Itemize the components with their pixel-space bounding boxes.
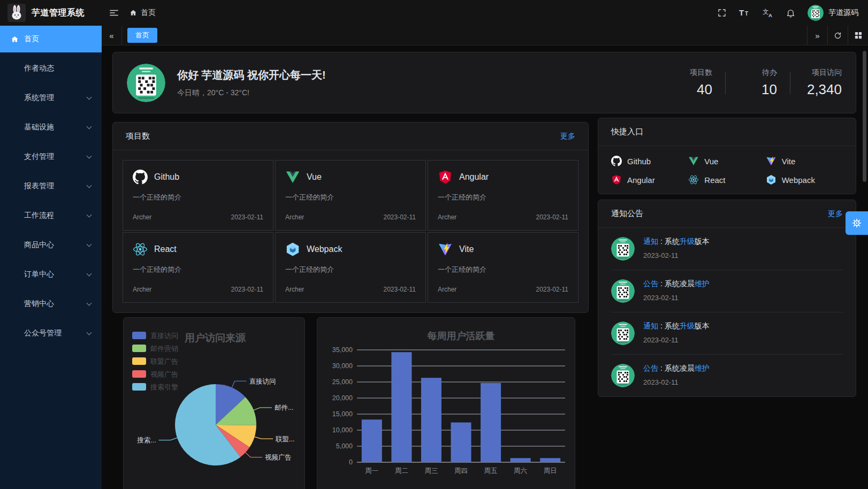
- svg-text:T: T: [745, 11, 748, 17]
- user-menu[interactable]: 芋道源码: [808, 5, 858, 21]
- notice-avatar: [611, 237, 635, 261]
- notice-item[interactable]: 通知 : 系统升级版本 2023-02-11: [611, 228, 843, 270]
- notice-title: 通知 : 系统升级版本: [643, 237, 710, 247]
- tab-home[interactable]: 首页: [127, 28, 157, 43]
- welcome-card: 你好 芋道源码 祝你开心每一天! 今日晴，20°C - 32°C! 项目数40待…: [112, 52, 856, 113]
- webpack-icon: [285, 242, 300, 257]
- stat-item: 项目数40: [674, 68, 712, 98]
- sidebar-item-order-center[interactable]: 订单中心: [0, 261, 102, 288]
- top-header: 芋道管理系统 首页 TT 文A 芋道源码: [0, 0, 868, 26]
- project-card-webpack[interactable]: Webpack 一个正经的简介 Archer2023-02-11: [275, 232, 426, 303]
- quick-entry-github[interactable]: Github: [611, 156, 688, 166]
- tabs-strip: 首页: [122, 26, 807, 45]
- sidebar-item-label: 公众号管理: [24, 328, 62, 338]
- svg-text:用户访问来源: 用户访问来源: [184, 332, 246, 343]
- notices-more-link[interactable]: 更多: [828, 209, 843, 219]
- chevron-down-icon: [87, 95, 92, 100]
- sidebar-item-workflow[interactable]: 工作流程: [0, 202, 102, 229]
- chevron-down-icon: [87, 124, 92, 129]
- greeting-text: 你好 芋道源码 祝你开心每一天!: [177, 68, 326, 82]
- sidebar-item-infrastructure[interactable]: 基础设施: [0, 114, 102, 141]
- quick-entry-label: Webpack: [782, 175, 815, 185]
- breadcrumb[interactable]: 首页: [130, 8, 156, 18]
- app-brand[interactable]: 芋道管理系统: [0, 4, 102, 22]
- projects-more-link[interactable]: 更多: [560, 132, 575, 141]
- app-logo: [7, 4, 26, 22]
- quick-entry-react[interactable]: React: [688, 174, 765, 185]
- quick-entry-card: 快捷入口 GithubVueViteAngularReactWebpack: [598, 118, 856, 194]
- project-card-react[interactable]: React 一个正经的简介 Archer2023-02-11: [123, 232, 273, 303]
- stat-item: 待办10: [738, 68, 777, 98]
- quick-entry-vite[interactable]: Vite: [766, 156, 843, 166]
- project-author: Archer: [285, 213, 304, 221]
- app-title: 芋道管理系统: [32, 7, 85, 19]
- project-card-github[interactable]: Github 一个正经的简介 Archer2023-02-11: [123, 160, 273, 231]
- svg-text:A: A: [768, 12, 772, 18]
- refresh-tab-button[interactable]: [827, 26, 848, 45]
- svg-text:每周用户活跃量: 每周用户活跃量: [427, 331, 495, 341]
- summary-stats: 项目数40待办10项目访问2,340: [674, 68, 842, 98]
- sidebar-item-label: 基础设施: [24, 123, 54, 132]
- vue-icon: [285, 170, 300, 185]
- weekly-activity-bar-chart: 每周用户活跃量05,00010,00015,00020,00025,00030,…: [317, 322, 574, 489]
- quick-entry-title: 快捷入口: [611, 127, 643, 137]
- project-card-vue[interactable]: Vue 一个正经的简介 Archer2023-02-11: [275, 160, 426, 231]
- tabs-scroll-right-button[interactable]: »: [807, 26, 827, 45]
- project-name: Vite: [459, 244, 474, 254]
- sidebar-item-author-trends[interactable]: 作者动态: [0, 55, 102, 82]
- svg-text:视频广告: 视频广告: [265, 454, 292, 461]
- chevron-down-icon: [87, 301, 92, 306]
- notification-bell-icon[interactable]: [786, 8, 796, 18]
- weather-text: 今日晴，20°C - 32°C!: [177, 88, 326, 98]
- sidebar-item-report-management[interactable]: 报表管理: [0, 173, 102, 200]
- project-author: Archer: [438, 213, 456, 221]
- chevron-down-icon: [87, 212, 92, 218]
- svg-text:5,000: 5,000: [336, 442, 353, 450]
- quick-entry-label: Github: [627, 157, 651, 166]
- tabs-scroll-left-button[interactable]: «: [102, 26, 122, 45]
- tabs-actions-button[interactable]: [848, 26, 868, 45]
- notice-item[interactable]: 公告 : 系统凌晨维护 2023-02-11: [611, 270, 843, 312]
- quick-entry-webpack[interactable]: Webpack: [766, 174, 843, 185]
- sidebar-item-product-center[interactable]: 商品中心: [0, 232, 102, 258]
- notices-list: 通知 : 系统升级版本 2023-02-11 公告 : 系统凌晨维护 2023-…: [598, 228, 856, 396]
- sidebar-item-label: 订单中心: [24, 270, 54, 279]
- sidebar-item-home[interactable]: 首页: [0, 26, 102, 52]
- page-scrollbar-thumb[interactable]: [863, 51, 866, 182]
- quick-entry-angular[interactable]: Angular: [611, 174, 688, 185]
- project-card-vite[interactable]: Vite 一个正经的简介 Archer2023-02-11: [428, 232, 578, 303]
- sidebar-item-mp-management[interactable]: 公众号管理: [0, 320, 102, 347]
- sidebar-item-system-management[interactable]: 系统管理: [0, 85, 102, 111]
- tags-view-bar: « 首页 »: [102, 26, 868, 45]
- project-desc: 一个正经的简介: [438, 193, 568, 202]
- svg-text:搜索引擎: 搜索引擎: [150, 383, 178, 391]
- sidebar-item-label: 工作流程: [24, 211, 54, 220]
- sidebar-item-marketing-center[interactable]: 营销中心: [0, 291, 102, 317]
- quick-entry-label: Vue: [704, 157, 718, 166]
- project-card-angular[interactable]: Angular 一个正经的简介 Archer2023-02-11: [428, 160, 578, 231]
- svg-text:周四: 周四: [454, 467, 468, 475]
- quick-entry-vue[interactable]: Vue: [688, 156, 765, 166]
- stat-value: 2,340: [803, 81, 842, 98]
- language-icon[interactable]: 文A: [762, 7, 774, 18]
- user-avatar: [808, 5, 824, 21]
- theme-settings-button[interactable]: [846, 211, 868, 235]
- svg-text:周一: 周一: [365, 467, 378, 475]
- svg-text:周日: 周日: [544, 467, 557, 475]
- sidebar-menu: 首页作者动态系统管理基础设施支付管理报表管理工作流程商品中心订单中心营销中心公众…: [0, 26, 102, 489]
- project-desc: 一个正经的简介: [285, 193, 416, 202]
- project-name: Vue: [307, 172, 322, 182]
- notice-title: 公告 : 系统凌晨维护: [643, 279, 710, 289]
- notice-item[interactable]: 通知 : 系统升级版本 2023-02-11: [611, 312, 843, 354]
- quick-entry-grid: GithubVueViteAngularReactWebpack: [598, 146, 856, 194]
- projects-card-title: 项目数: [126, 131, 150, 141]
- github-icon: [133, 170, 148, 185]
- project-date: 2023-02-11: [536, 286, 569, 293]
- fullscreen-icon[interactable]: [717, 8, 727, 18]
- svg-text:联盟...: 联盟...: [275, 435, 294, 443]
- project-name: React: [154, 244, 177, 254]
- font-size-icon[interactable]: TT: [738, 7, 750, 18]
- menu-fold-icon[interactable]: [109, 8, 119, 18]
- sidebar-item-payment-management[interactable]: 支付管理: [0, 143, 102, 170]
- notice-item[interactable]: 公告 : 系统凌晨维护 2023-02-11: [611, 354, 843, 396]
